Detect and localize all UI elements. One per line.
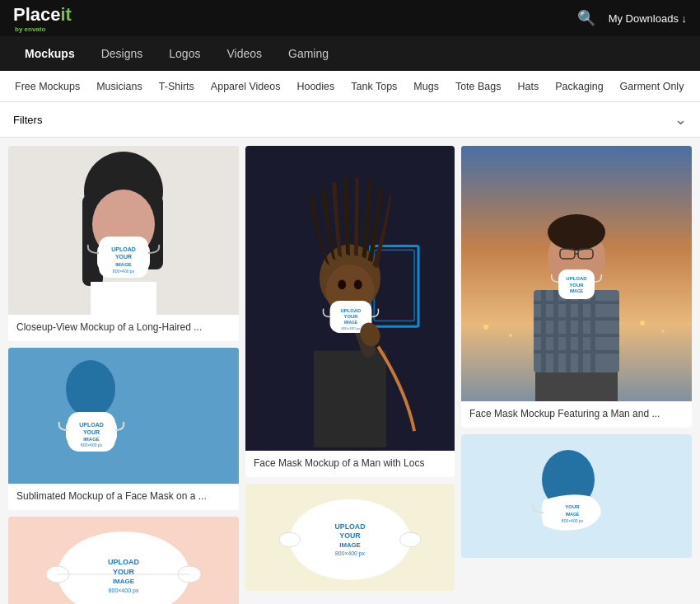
cat-garment-only[interactable]: Garment Only xyxy=(612,76,693,97)
card-yellow[interactable]: ♡ UPLOAD YOUR IMAGE 800×400 px xyxy=(245,484,455,591)
svg-text:IMAGE: IMAGE xyxy=(566,512,580,517)
filters-bar[interactable]: Filters ⌄ xyxy=(0,102,700,138)
logo[interactable]: Placeit by envato xyxy=(13,4,72,33)
card-closeup[interactable]: UPLOAD YOUR IMAGE 800×400 px Closeup-Vie… xyxy=(8,146,239,341)
svg-text:YOUR: YOUR xyxy=(344,314,359,319)
svg-point-39 xyxy=(354,280,362,290)
svg-text:YOUR: YOUR xyxy=(83,429,100,435)
svg-rect-12 xyxy=(91,282,156,315)
card-sublimated[interactable]: ♡ UPLOAD YOUR IMAGE 800×400 px xyxy=(8,348,239,510)
card-locs[interactable]: ♡ xyxy=(245,146,455,477)
main-grid: UPLOAD YOUR IMAGE 800×400 px Closeup-Vie… xyxy=(0,138,700,604)
card-locs-label: Face Mask Mockup of a Man with Locs xyxy=(245,451,455,477)
card-man-city[interactable]: UPLOAD YOUR IMAGE Face Mask Mockup Featu… xyxy=(461,146,692,428)
svg-point-49 xyxy=(400,532,421,547)
svg-text:IMAGE: IMAGE xyxy=(83,437,100,442)
nav-mockups[interactable]: Mockups xyxy=(13,40,86,67)
cat-hoodies[interactable]: Hoodies xyxy=(288,76,343,97)
card-sublimated-label: Sublimated Mockup of a Face Mask on a ..… xyxy=(8,484,239,510)
logo-envato-line: by envato xyxy=(15,26,72,33)
nav-designs[interactable]: Designs xyxy=(90,40,155,67)
svg-text:YOUR: YOUR xyxy=(565,504,580,509)
my-downloads-button[interactable]: My Downloads ↓ xyxy=(609,12,687,25)
logo-place-text: Place xyxy=(13,4,61,26)
nav-videos[interactable]: Videos xyxy=(215,40,273,67)
svg-text:YOUR: YOUR xyxy=(569,283,584,288)
filters-label: Filters xyxy=(13,114,42,126)
svg-text:UPLOAD: UPLOAD xyxy=(341,308,362,313)
card-locs-image: UPLOAD YOUR IMAGE 800×400 px xyxy=(245,146,455,451)
cat-packaging[interactable]: Packaging xyxy=(547,76,611,97)
grid-col-3: UPLOAD YOUR IMAGE Face Mask Mockup Featu… xyxy=(461,146,692,604)
nav-logos[interactable]: Logos xyxy=(157,40,212,67)
svg-text:UPLOAD: UPLOAD xyxy=(566,276,587,281)
card-yellow-image: UPLOAD YOUR IMAGE 800×400 px xyxy=(245,484,455,591)
svg-text:UPLOAD: UPLOAD xyxy=(111,246,136,252)
main-nav: Mockups Designs Logos Videos Gaming xyxy=(0,36,700,71)
cat-tank-tops[interactable]: Tank Tops xyxy=(343,76,405,97)
svg-text:IMAGE: IMAGE xyxy=(339,541,361,549)
svg-point-57 xyxy=(640,321,645,325)
cat-free-mockups[interactable]: Free Mockups xyxy=(7,76,88,97)
svg-text:800×400 px: 800×400 px xyxy=(81,442,103,447)
svg-point-38 xyxy=(338,280,346,290)
top-right: 🔍 My Downloads ↓ xyxy=(577,9,687,27)
svg-text:IMAGE: IMAGE xyxy=(115,262,132,267)
card-blue-side-image: YOUR IMAGE 800×400 px xyxy=(461,434,692,558)
grid-col-2: ♡ xyxy=(245,146,455,604)
svg-point-55 xyxy=(483,325,488,330)
svg-text:UPLOAD: UPLOAD xyxy=(334,522,365,531)
cat-musicians[interactable]: Musicians xyxy=(88,76,151,97)
svg-text:800×400 px: 800×400 px xyxy=(341,326,361,330)
svg-text:UPLOAD: UPLOAD xyxy=(108,558,140,566)
cat-tote-bags[interactable]: Tote Bags xyxy=(447,76,510,97)
svg-text:800×400 px: 800×400 px xyxy=(562,518,584,523)
cat-sublimated[interactable]: Sublimated xyxy=(692,76,700,97)
svg-text:IMAGE: IMAGE xyxy=(344,321,358,325)
logo-by-text: by xyxy=(15,26,22,33)
cat-mugs[interactable]: Mugs xyxy=(405,76,447,97)
cat-apparel-videos[interactable]: Apparel Videos xyxy=(203,76,289,97)
grid-col-1: UPLOAD YOUR IMAGE 800×400 px Closeup-Vie… xyxy=(8,146,239,604)
top-header: Placeit by envato 🔍 My Downloads ↓ xyxy=(0,0,700,36)
cat-hats[interactable]: Hats xyxy=(510,76,548,97)
search-icon: 🔍 xyxy=(577,10,595,26)
svg-rect-60 xyxy=(535,368,618,401)
downloads-label: My Downloads ↓ xyxy=(609,12,687,25)
card-pink[interactable]: ♡ UPLOAD YOUR IMAGE 800×400 px xyxy=(8,517,239,604)
category-bar: Free Mockups Musicians T-Shirts Apparel … xyxy=(0,71,700,102)
svg-point-48 xyxy=(279,532,300,547)
svg-point-58 xyxy=(661,330,665,333)
nav-gaming[interactable]: Gaming xyxy=(277,40,340,67)
svg-text:YOUR: YOUR xyxy=(339,531,361,540)
svg-text:IMAGE: IMAGE xyxy=(113,578,135,585)
logo-envato-text: envato xyxy=(25,26,46,33)
cat-tshirts[interactable]: T-Shirts xyxy=(151,76,203,97)
svg-text:800×400 px: 800×400 px xyxy=(335,550,365,557)
filters-chevron-icon: ⌄ xyxy=(674,110,687,129)
svg-text:UPLOAD: UPLOAD xyxy=(79,422,104,428)
svg-text:YOUR: YOUR xyxy=(115,254,132,260)
svg-point-56 xyxy=(509,334,512,337)
svg-rect-13 xyxy=(8,348,239,484)
card-pink-image: UPLOAD YOUR IMAGE 800×400 px xyxy=(8,517,239,604)
card-sublimated-image: UPLOAD YOUR IMAGE 800×400 px xyxy=(8,348,239,484)
search-button[interactable]: 🔍 xyxy=(577,9,595,27)
card-blue-side[interactable]: ♡ YOUR IMAGE 800×400 px xyxy=(461,434,692,558)
svg-point-14 xyxy=(66,360,115,418)
card-closeup-image: UPLOAD YOUR IMAGE 800×400 px xyxy=(8,146,239,315)
card-closeup-label: Closeup-View Mockup of a Long-Haired ... xyxy=(8,315,239,341)
svg-text:IMAGE: IMAGE xyxy=(570,288,584,293)
svg-text:YOUR: YOUR xyxy=(113,568,135,576)
card-man-city-label: Face Mask Mockup Featuring a Man and ... xyxy=(461,401,692,428)
svg-text:800×400 px: 800×400 px xyxy=(113,269,135,274)
svg-point-72 xyxy=(548,214,605,250)
svg-rect-34 xyxy=(314,351,386,447)
svg-text:800×400 px: 800×400 px xyxy=(109,588,139,594)
logo-it-text: it xyxy=(61,4,72,26)
card-man-city-image: UPLOAD YOUR IMAGE xyxy=(461,146,692,401)
